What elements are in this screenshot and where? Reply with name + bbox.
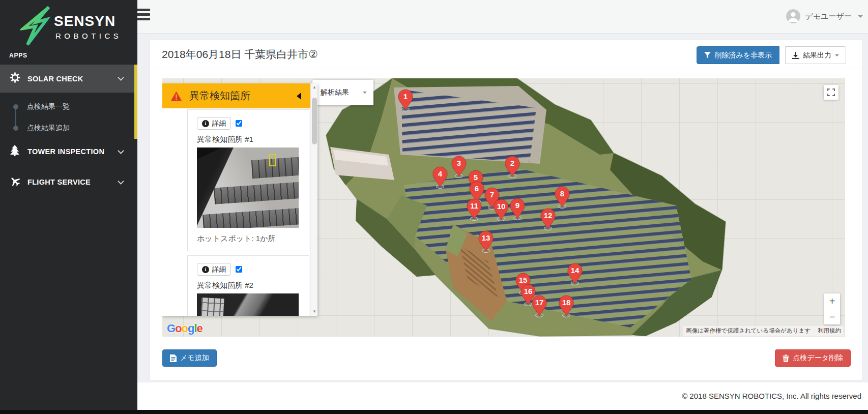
marker-number: 4 bbox=[432, 169, 448, 178]
plane-icon bbox=[9, 176, 20, 189]
scroll-down-icon[interactable]: ▼ bbox=[311, 308, 318, 315]
trash-icon bbox=[783, 354, 789, 362]
copyright-text: © 2018 SENSYN ROBOTICS, Inc. All rights … bbox=[682, 392, 861, 400]
add-memo-button[interactable]: メモ追加 bbox=[162, 349, 217, 367]
sidebar: SENSYN ROBOTICS APPS SOLAR CHECK 点検結果一覧 … bbox=[0, 0, 137, 414]
map-zoom-control: + − bbox=[824, 293, 840, 324]
sensyn-arrow-icon bbox=[20, 6, 52, 46]
map-marker-10[interactable]: 10 bbox=[493, 199, 509, 220]
collapse-panel-icon[interactable] bbox=[297, 93, 301, 100]
map-marker-9[interactable]: 9 bbox=[509, 198, 526, 219]
chevron-down-icon bbox=[118, 178, 124, 185]
detail-button[interactable]: i 詳細 bbox=[197, 263, 231, 276]
marker-number: 5 bbox=[468, 173, 484, 182]
copyright-notice: 画像は著作権で保護されている場合があります bbox=[686, 327, 811, 335]
map-marker-1[interactable]: 1 bbox=[397, 89, 414, 110]
sidebar-item-label: FLIGHT SERVICE bbox=[27, 178, 119, 186]
sidebar-item-flight-service[interactable]: FLIGHT SERVICE bbox=[0, 172, 137, 192]
anomaly-list: i 詳細 異常検知箇所 #1 ホットスポット: 1か所 bbox=[162, 108, 310, 316]
map-marker-4[interactable]: 4 bbox=[432, 166, 448, 188]
zoom-out-button[interactable]: − bbox=[824, 309, 840, 324]
anomaly-item: i 詳細 異常検知箇所 #2 bbox=[187, 255, 309, 316]
anomaly-item: i 詳細 異常検知箇所 #1 ホットスポット: 1か所 bbox=[187, 109, 309, 251]
marker-number: 18 bbox=[558, 298, 574, 307]
map-marker-14[interactable]: 14 bbox=[567, 263, 583, 284]
map-marker-17[interactable]: 17 bbox=[531, 295, 547, 316]
brand-name: SENSYN bbox=[54, 13, 115, 29]
menu-toggle-button[interactable] bbox=[135, 9, 151, 22]
user-menu[interactable]: デモユーザー bbox=[786, 7, 863, 25]
zoom-in-button[interactable]: + bbox=[824, 293, 840, 309]
thermal-image[interactable] bbox=[197, 147, 299, 228]
anomaly-caption: ホットスポット: 1か所 bbox=[197, 234, 300, 244]
marker-number: 11 bbox=[466, 201, 482, 210]
card-title-row: 2018年06月18日 千葉県白井市② 削除済みを非表示 結果出力 bbox=[150, 40, 862, 69]
hide-deleted-button[interactable]: 削除済みを非表示 bbox=[697, 46, 779, 64]
sidebar-item-inspection-results-add[interactable]: 点検結果追加 bbox=[0, 121, 137, 136]
marker-number: 17 bbox=[531, 298, 547, 307]
map-marker-8[interactable]: 8 bbox=[554, 186, 570, 208]
window-bottom-edge bbox=[0, 410, 868, 414]
marker-number: 14 bbox=[567, 266, 583, 275]
map-marker-2[interactable]: 2 bbox=[504, 156, 520, 177]
marker-number: 6 bbox=[469, 184, 485, 193]
page-title: 2018年06月18日 千葉県白井市② bbox=[162, 47, 318, 62]
scrollbar-thumb[interactable] bbox=[312, 98, 317, 144]
map-marker-12[interactable]: 12 bbox=[540, 208, 556, 229]
marker-number: 8 bbox=[554, 189, 570, 198]
fullscreen-icon bbox=[827, 88, 835, 96]
map-canvas[interactable]: 解析結果 + − Google 画像は著作権で保護されている場合があります 利用… bbox=[162, 78, 845, 337]
panel-scrollbar[interactable]: ▲ ▼ bbox=[310, 83, 317, 316]
map-marker-3[interactable]: 3 bbox=[451, 156, 467, 177]
anomaly-label: 異常検知箇所 #2 bbox=[197, 281, 300, 290]
chevron-down-icon bbox=[118, 74, 124, 81]
brand-logo: SENSYN ROBOTICS bbox=[0, 0, 137, 49]
brand-sub: ROBOTICS bbox=[55, 32, 122, 40]
map-attribution: 画像は著作権で保護されている場合があります 利用規約 bbox=[683, 326, 844, 336]
export-results-button[interactable]: 結果出力 bbox=[785, 46, 846, 64]
google-logo[interactable]: Google bbox=[167, 322, 202, 335]
anomaly-label: 異常検知箇所 #1 bbox=[197, 135, 300, 144]
analysis-result-dropdown[interactable]: 解析結果 bbox=[312, 80, 373, 105]
anomaly-panel: 異常検知箇所 i 詳細 異常検知箇所 #1 bbox=[162, 83, 317, 316]
info-icon: i bbox=[202, 266, 209, 273]
card-actions: メモ追加 点検データ削除 bbox=[162, 349, 851, 367]
warning-icon bbox=[170, 91, 182, 101]
anomaly-panel-header: 異常検知箇所 bbox=[162, 83, 310, 108]
filter-icon bbox=[704, 52, 711, 58]
bullet-icon bbox=[13, 104, 18, 109]
marker-number: 3 bbox=[451, 159, 467, 167]
bullet-icon bbox=[13, 126, 18, 131]
terms-of-use-link[interactable]: 利用規約 bbox=[818, 327, 841, 335]
anomaly-visible-checkbox[interactable] bbox=[236, 266, 242, 273]
marker-number: 16 bbox=[520, 287, 536, 295]
marker-number: 9 bbox=[509, 201, 526, 210]
marker-number: 13 bbox=[478, 233, 494, 242]
gear-icon bbox=[9, 72, 20, 85]
chevron-down-icon bbox=[835, 54, 839, 56]
thermal-image[interactable] bbox=[197, 293, 299, 316]
tree-icon bbox=[9, 145, 20, 158]
delete-inspection-data-button[interactable]: 点検データ削除 bbox=[775, 349, 851, 367]
map-marker-11[interactable]: 11 bbox=[466, 198, 482, 220]
map-marker-18[interactable]: 18 bbox=[558, 295, 574, 316]
marker-number: 15 bbox=[515, 276, 531, 284]
chevron-down-icon bbox=[858, 15, 863, 18]
sidebar-item-solar-check[interactable]: SOLAR CHECK bbox=[0, 65, 137, 93]
scroll-up-icon[interactable]: ▲ bbox=[311, 84, 318, 91]
marker-number: 7 bbox=[484, 190, 500, 199]
anomaly-visible-checkbox[interactable] bbox=[236, 120, 242, 127]
marker-number: 2 bbox=[504, 159, 520, 167]
chevron-down-icon bbox=[363, 92, 367, 94]
detail-button[interactable]: i 詳細 bbox=[197, 117, 231, 130]
apps-section-label: APPS bbox=[9, 52, 27, 59]
info-icon: i bbox=[202, 120, 209, 127]
active-section-indicator bbox=[134, 65, 137, 139]
content-card: 2018年06月18日 千葉県白井市② 削除済みを非表示 結果出力 bbox=[150, 40, 862, 380]
sidebar-item-inspection-results-list[interactable]: 点検結果一覧 bbox=[0, 99, 137, 114]
solar-check-submenu: 点検結果一覧 点検結果追加 bbox=[0, 95, 137, 139]
map-marker-13[interactable]: 13 bbox=[478, 230, 494, 252]
chevron-down-icon bbox=[118, 147, 124, 154]
sidebar-item-tower-inspection[interactable]: TOWER INSPECTION bbox=[0, 141, 137, 162]
fullscreen-button[interactable] bbox=[824, 85, 838, 100]
